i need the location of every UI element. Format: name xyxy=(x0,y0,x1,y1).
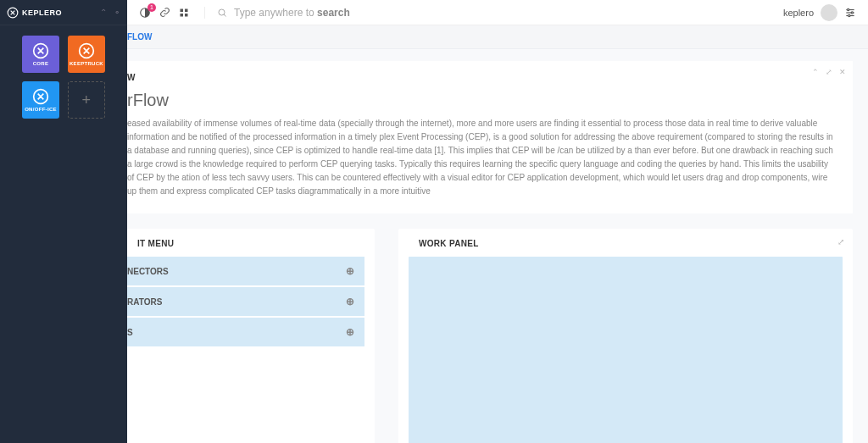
breadcrumb: FLOW xyxy=(127,25,868,49)
settings-icon[interactable] xyxy=(844,7,856,19)
expand-icon[interactable]: ⤢ xyxy=(837,237,844,246)
menu-item-label: S xyxy=(127,328,133,337)
search-icon xyxy=(217,8,227,18)
close-icon[interactable]: ✕ xyxy=(839,68,846,76)
avatar xyxy=(821,4,837,21)
app-icon xyxy=(32,42,49,59)
notifications-icon[interactable]: 1 xyxy=(139,7,151,19)
link-icon[interactable] xyxy=(159,7,170,18)
work-panel-title: WORK PANEL xyxy=(409,239,843,257)
search-box[interactable]: Type anywhere to search xyxy=(204,7,773,19)
menu-item-operators[interactable]: RATORS ⊕ xyxy=(127,287,364,316)
app-tile-keeptruck[interactable]: KEEPTRUCK xyxy=(68,36,105,73)
intro-title: rFlow xyxy=(127,91,837,110)
brand: KEPLERO xyxy=(7,7,62,19)
app-tile-core[interactable]: CORE xyxy=(22,36,59,73)
svg-point-15 xyxy=(851,11,853,13)
app-switcher-panel: KEPLERO ⌃ ⚬ CORE KEEPTRUCK ON/OFF-ICE + xyxy=(0,0,127,443)
intro-card: ⌃ ⤢ ✕ W rFlow eased availability of imme… xyxy=(127,61,853,213)
menu-item-connectors[interactable]: NECTORS ⊕ xyxy=(127,257,364,285)
app-icon xyxy=(32,88,49,105)
breadcrumb-item[interactable]: FLOW xyxy=(127,32,152,42)
collapse-icon[interactable]: ⌃ xyxy=(812,68,819,76)
menu-item-label: NECTORS xyxy=(127,267,169,276)
component-menu-title: IT MENU xyxy=(127,239,375,257)
svg-point-16 xyxy=(849,14,850,16)
svg-rect-8 xyxy=(185,14,188,17)
brand-icon xyxy=(7,7,19,19)
settings-dot-icon[interactable]: ⚬ xyxy=(114,8,120,17)
brand-header: KEPLERO ⌃ ⚬ xyxy=(0,0,127,25)
grid-icon[interactable] xyxy=(179,8,189,18)
plus-icon: ⊕ xyxy=(346,296,354,307)
app-icon xyxy=(78,42,95,59)
svg-point-9 xyxy=(219,9,225,15)
main-area: 1 Type anywhere to search keplero xyxy=(127,0,868,443)
intro-small-title: W xyxy=(127,73,837,82)
app-tile-label: KEEPTRUCK xyxy=(70,61,103,66)
app-tile-add[interactable]: + xyxy=(68,81,105,119)
plus-icon: ⊕ xyxy=(346,326,354,338)
intro-body: eased availability of immense volumes of… xyxy=(127,117,837,198)
svg-rect-7 xyxy=(181,14,184,17)
svg-point-14 xyxy=(848,8,849,10)
user-name: keplero xyxy=(783,8,814,18)
topbar: 1 Type anywhere to search keplero xyxy=(127,0,868,25)
work-panel: ⤢ WORK PANEL xyxy=(398,229,853,443)
svg-rect-6 xyxy=(185,8,188,12)
chevron-up-icon[interactable]: ⌃ xyxy=(100,8,107,17)
component-menu-panel: IT MENU NECTORS ⊕ RATORS ⊕ S ⊕ xyxy=(127,229,375,443)
notification-badge: 1 xyxy=(147,3,156,12)
plus-icon: ⊕ xyxy=(346,265,354,277)
menu-item-label: RATORS xyxy=(127,297,162,307)
user-menu[interactable]: keplero xyxy=(783,4,856,21)
svg-rect-5 xyxy=(181,8,184,12)
app-tile-label: ON/OFF-ICE xyxy=(25,107,57,112)
work-canvas[interactable] xyxy=(409,257,843,443)
menu-item-s[interactable]: S ⊕ xyxy=(127,318,364,346)
app-tile-label: CORE xyxy=(33,61,49,66)
search-placeholder: Type anywhere to search xyxy=(234,7,350,19)
svg-line-10 xyxy=(224,14,226,17)
app-tiles: CORE KEEPTRUCK ON/OFF-ICE + xyxy=(0,25,127,129)
page-body: ⌃ ⤢ ✕ W rFlow eased availability of imme… xyxy=(127,49,868,443)
brand-text: KEPLERO xyxy=(22,8,62,17)
expand-icon[interactable]: ⤢ xyxy=(826,68,832,76)
app-tile-onoffice[interactable]: ON/OFF-ICE xyxy=(22,81,59,119)
